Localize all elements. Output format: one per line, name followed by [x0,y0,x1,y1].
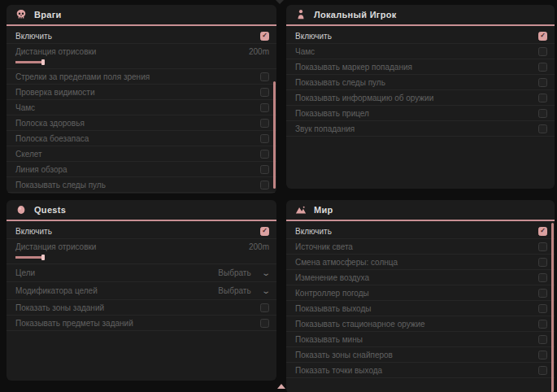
checkbox[interactable] [538,335,547,344]
slider-handle[interactable] [41,255,45,260]
select-value: Выбрать [218,268,250,277]
checkbox[interactable] [538,289,547,298]
checkbox[interactable] [260,88,269,97]
skull-icon [15,9,27,20]
checkbox[interactable] [538,78,547,87]
scroll-up-indicator[interactable] [276,0,284,4]
scrollbar[interactable] [551,223,554,392]
settings-grid: Враги Включить ✓ Дистанция отрисовки 200… [7,5,555,392]
setting-label: Линия обзора [15,165,67,174]
panel-quests-rows: Включить ✓ Дистанция отрисовки 200m Цели… [7,221,276,331]
checkbox[interactable] [260,319,269,328]
setting-row: Показывать предметы заданий [7,316,276,331]
checkbox[interactable] [538,94,547,102]
slider-track [15,256,42,259]
setting-row: Включить ✓ [7,224,276,239]
panel-world-rows: Включить ✓ Источник света Смена атмосфер… [286,221,555,378]
setting-row: Показывать маркер попадания [286,59,555,75]
checkbox[interactable]: ✓ [538,227,547,236]
setting-row: Полоска боезапаса [7,131,276,146]
checkbox[interactable]: ✓ [538,32,547,41]
setting-row: Показать точки выхода [286,363,555,378]
setting-label: Источник света [295,242,353,251]
setting-label: Показывать стационарное оружие [295,320,425,329]
panel-title: Враги [34,10,62,20]
panel-title: Локальный Игрок [314,10,397,20]
checkbox[interactable] [538,258,547,267]
setting-row-select: Цели Выбрать ⌄ [7,264,276,282]
checkbox[interactable] [260,119,269,128]
setting-label: Проверка видимости [15,88,95,97]
scrollbar[interactable] [273,81,276,189]
setting-label: Чамс [15,103,35,112]
setting-row: Показать зоны заданий [7,300,276,316]
panel-local-player-rows: Включить ✓ Чамс Показывать маркер попада… [286,26,555,137]
chevron-down-icon: ⌄ [261,268,271,277]
setting-label: Дистанция отрисовки [15,242,96,251]
slider-handle[interactable] [41,59,45,65]
draw-distance-slider[interactable] [15,254,48,260]
setting-label: Включить [15,32,52,41]
setting-label: Показать зоны снайперов [295,351,393,359]
setting-label: Показывать предметы заданий [15,319,133,328]
setting-row: Полоска здоровья [7,115,276,131]
select-dropdown[interactable]: Выбрать ⌄ [218,286,269,295]
checkbox[interactable] [260,150,269,159]
setting-label: Полоска здоровья [15,119,85,128]
setting-row: Контроллер погоды [286,285,555,301]
setting-row: Чамс [7,100,276,115]
checkbox[interactable] [260,303,269,312]
checkbox[interactable]: ✓ [260,32,269,41]
checkbox[interactable] [538,109,547,118]
setting-label: Чамс [295,47,315,56]
checkbox[interactable] [260,103,269,112]
setting-row-slider: Дистанция отрисовки 200m [7,44,276,69]
setting-row: Линия обзора [7,162,276,177]
setting-row: Показывать стационарное оружие [286,316,555,332]
setting-row: Показывать информацию об оружии [286,90,555,106]
setting-row: Чамс [286,44,555,59]
setting-row-select: Модификатора целей Выбрать ⌄ [7,282,276,300]
person-icon [295,9,307,20]
setting-row-slider: Дистанция отрисовки 200m [7,239,276,264]
panel-enemies: Враги Включить ✓ Дистанция отрисовки 200… [7,5,276,194]
setting-row: Показывать мины [286,332,555,347]
circle-icon [15,204,27,216]
panel-title: Quests [34,205,66,215]
checkbox[interactable] [538,242,547,251]
slider-value: 200m [249,242,269,251]
setting-label: Показать точки выхода [295,366,382,375]
setting-label: Изменение воздуха [295,273,369,282]
scroll-down-indicator[interactable] [277,384,285,389]
checkbox[interactable] [538,351,547,359]
checkbox[interactable] [260,165,269,174]
checkbox[interactable] [538,47,547,56]
checkbox[interactable] [538,320,547,329]
setting-row: Показывать прицел [286,106,555,121]
panel-enemies-header: Враги [7,5,276,26]
panel-world-header: Мир [286,200,555,221]
checkbox[interactable] [260,181,269,189]
setting-label: Смена атмосферы: солнца [295,258,398,267]
checkbox[interactable] [538,304,547,313]
checkbox[interactable] [538,366,547,375]
checkbox[interactable] [538,273,547,282]
setting-row: Смена атмосферы: солнца [286,255,555,270]
setting-label: Включить [295,32,332,41]
checkbox[interactable] [260,72,269,81]
setting-row: Включить ✓ [286,224,555,239]
checkbox[interactable] [538,63,547,72]
setting-row: Показывать следы пуль [286,75,555,90]
checkbox[interactable] [538,124,547,133]
setting-label: Звук попадания [295,124,355,133]
setting-row: Проверка видимости [7,85,276,100]
draw-distance-slider[interactable] [15,59,48,65]
setting-row: Включить ✓ [7,28,276,44]
select-dropdown[interactable]: Выбрать ⌄ [218,268,269,277]
setting-label: Модификатора целей [15,286,98,295]
setting-row: Включить ✓ [286,28,555,44]
checkbox[interactable]: ✓ [260,227,269,236]
checkbox[interactable] [260,134,269,143]
setting-label: Показывать прицел [295,109,369,118]
setting-label: Показывать информацию об оружии [295,94,433,102]
